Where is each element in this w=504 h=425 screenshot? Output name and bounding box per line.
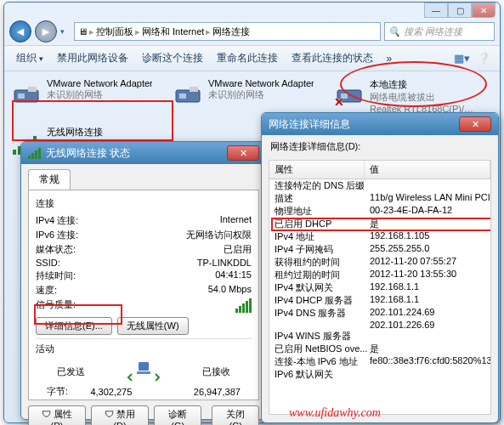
col-value[interactable]: 值 [365, 161, 490, 178]
table-row[interactable]: 连接特定的 DNS 后缀 [269, 179, 490, 192]
cell-value: 11b/g Wireless LAN Mini PCI Ex [365, 192, 490, 205]
label-speed: 速度: [36, 284, 57, 297]
details-table: 属性 值 连接特定的 DNS 后缀描述11b/g Wireless LAN Mi… [269, 160, 491, 415]
cell-property: IPv4 子网掩码 [269, 243, 365, 256]
cell-property: IPv4 地址 [269, 230, 365, 243]
table-row[interactable]: 获得租约的时间2012-11-20 07:55:27 [269, 256, 490, 269]
adapter-name: VMware Network Adapter VMnet1 [47, 78, 152, 88]
svg-rect-1 [18, 94, 25, 99]
table-row[interactable]: IPv4 地址192.168.1.105 [269, 230, 490, 243]
minimize-button[interactable]: — [424, 3, 448, 18]
diagnose-button[interactable]: 诊断这个连接 [137, 49, 208, 67]
adapter-name: VMware Network Adapter VMnet8 [208, 78, 314, 88]
toolbar-more[interactable]: » [382, 51, 398, 66]
dialog-titlebar[interactable]: 网络连接详细信息 ✕ [262, 113, 498, 135]
view-icon[interactable]: ▦▾ [452, 50, 471, 67]
history-dropdown[interactable]: ▾ [60, 27, 71, 36]
disable-button[interactable]: 🛡 禁用(D) [91, 405, 149, 425]
properties-button[interactable]: 🛡 属性(P) [28, 405, 86, 425]
table-row[interactable]: 租约过期的时间2012-11-20 13:55:30 [269, 269, 490, 281]
label-media: 媒体状态: [36, 243, 76, 256]
activity-icon [127, 360, 161, 382]
status-dialog: 无线网络连接 状态 ✕ 常规 连接 IPv4 连接:Internet IPv6 … [20, 141, 267, 420]
cell-value: 192.168.1.1 [365, 281, 490, 294]
close-button[interactable]: 关闭(C) [212, 405, 259, 425]
adapter-local[interactable]: ✕ 本地连接 网络电缆被拔出 Realtek RTL8168C(P)/8111C… [332, 76, 477, 116]
table-row[interactable]: 202.101.226.69 [269, 320, 490, 330]
dialog-titlebar[interactable]: 无线网络连接 状态 ✕ [21, 142, 266, 164]
dialog-title: 网络连接详细信息 [269, 117, 350, 132]
cell-value: 192.168.1.105 [365, 230, 490, 243]
adapter-icon: ✕ [334, 78, 365, 109]
breadcrumb-2[interactable]: 网络和 Internet [142, 26, 204, 38]
tab-general[interactable]: 常规 [28, 169, 71, 190]
cell-property: 描述 [269, 192, 365, 205]
label-duration: 持续时间: [36, 269, 76, 282]
section-connection: 连接 [36, 197, 252, 210]
cell-property: IPv4 DHCP 服务器 [269, 294, 365, 307]
cell-property: 已启用 NetBIOS ove... [269, 343, 365, 355]
table-row[interactable]: 已启用 NetBIOS ove...是 [269, 343, 490, 355]
bytes-sent: 4,302,275 [90, 387, 132, 397]
adapter-vmnet1[interactable]: VMware Network Adapter VMnet1 未识别的网络 [9, 76, 154, 116]
adapter-vmnet8[interactable]: VMware Network Adapter VMnet8 未识别的网络 [171, 76, 315, 116]
disable-device-button[interactable]: 禁用此网络设备 [52, 49, 133, 67]
tab-panel: 连接 IPv4 连接:Internet IPv6 连接:无网络访问权限 媒体状态… [28, 190, 259, 400]
nav-bar: ◄ ► ▾ 🖥 ▸ 控制面板 ▸ 网络和 Internet ▸ 网络连接 🔍 搜… [4, 18, 500, 45]
dialog-close-button[interactable]: ✕ [459, 116, 491, 132]
bytes-recv: 26,947,387 [194, 387, 241, 397]
bytes-label: 字节: [47, 385, 68, 398]
cell-property: IPv4 WINS 服务器 [269, 330, 365, 343]
cell-value: 2012-11-20 13:55:30 [365, 269, 490, 281]
help-icon[interactable]: ❔ [474, 50, 493, 67]
cell-value [365, 179, 490, 192]
address-bar[interactable]: 🖥 ▸ 控制面板 ▸ 网络和 Internet ▸ 网络连接 [74, 22, 381, 41]
highlight-ipv4 [271, 218, 491, 231]
table-row[interactable]: IPv4 子网掩码255.255.255.0 [269, 243, 490, 256]
svg-rect-8 [13, 150, 16, 155]
value-ipv4: Internet [220, 214, 252, 227]
cell-value: 202.101.226.69 [365, 320, 490, 330]
dialog-title: 无线网络连接 状态 [46, 146, 130, 161]
svg-rect-4 [179, 94, 186, 99]
wifi-bars-icon [28, 148, 41, 159]
forward-button[interactable]: ► [35, 20, 57, 42]
cell-value: 2012-11-20 07:55:27 [365, 256, 490, 269]
table-row[interactable]: IPv4 WINS 服务器 [269, 330, 490, 343]
svg-rect-5 [190, 87, 198, 92]
organize-menu[interactable]: 组织 [11, 49, 48, 67]
view-status-button[interactable]: 查看此连接的状态 [286, 49, 378, 67]
col-property[interactable]: 属性 [269, 161, 365, 178]
diagnose-button[interactable]: 诊断(G) [154, 405, 201, 425]
cell-property: 连接-本地 IPv6 地址 [269, 355, 365, 368]
cell-property: 连接特定的 DNS 后缀 [269, 179, 365, 192]
cell-value: 192.168.1.1 [365, 294, 490, 307]
adapter-name: 本地连接 [370, 78, 475, 91]
rename-button[interactable]: 重命名此连接 [212, 49, 283, 67]
adapter-sub: 未识别的网络 [47, 88, 152, 101]
sent-label: 已发送 [57, 366, 85, 378]
table-row[interactable]: IPv4 DNS 服务器202.101.224.69 [269, 307, 490, 320]
dialog-close-button[interactable]: ✕ [227, 145, 259, 161]
breadcrumb-1[interactable]: 控制面板 [96, 26, 133, 38]
disconnected-icon: ✕ [334, 95, 344, 109]
table-row[interactable]: IPv4 默认网关192.168.1.1 [269, 281, 490, 294]
svg-rect-2 [28, 87, 37, 92]
table-row[interactable]: 物理地址00-23-4E-DA-FA-12 [269, 205, 490, 218]
search-input[interactable]: 🔍 搜索 网络连接 [384, 22, 495, 41]
table-row[interactable]: IPv6 默认网关 [269, 368, 490, 381]
table-row[interactable]: 连接-本地 IPv6 地址fe80::38e3:f76:cfd0:5820%13 [269, 355, 490, 368]
value-media: 已启用 [224, 243, 252, 256]
cell-property [269, 320, 365, 330]
table-row[interactable]: IPv4 DHCP 服务器192.168.1.1 [269, 294, 490, 307]
adapter-status: 网络电缆被拔出 [370, 91, 475, 104]
highlight-details [34, 304, 122, 325]
close-button[interactable]: ✕ [472, 3, 496, 18]
maximize-button[interactable]: ▢ [448, 3, 472, 18]
back-button[interactable]: ◄ [9, 20, 31, 42]
adapter-sub: 未识别的网络 [208, 88, 314, 101]
cell-value: 255.255.255.0 [365, 243, 490, 256]
wireless-props-button[interactable]: 无线属性(W) [117, 317, 189, 335]
breadcrumb-3[interactable]: 网络连接 [212, 26, 250, 38]
table-row[interactable]: 描述11b/g Wireless LAN Mini PCI Ex [269, 192, 490, 205]
